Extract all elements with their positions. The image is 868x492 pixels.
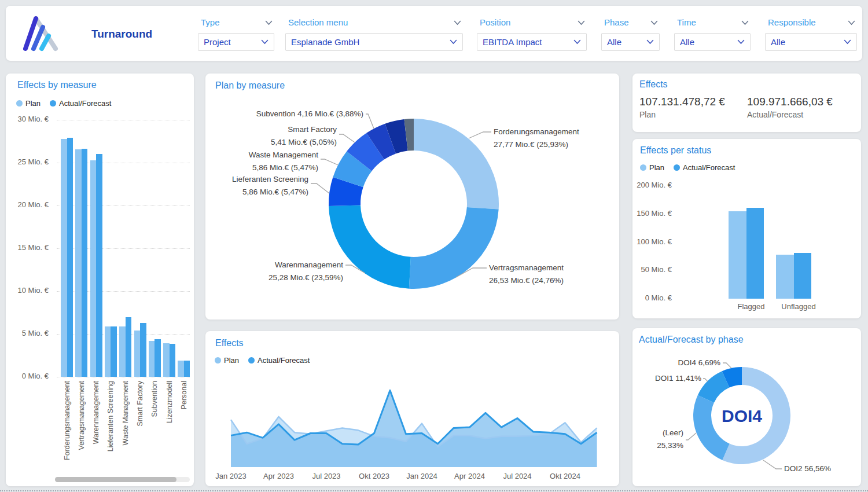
phase-donut-slice-1[interactable] [693, 395, 730, 460]
selection-menu-selected-value: Esplanade GmbH [291, 37, 359, 47]
y-tick-label: 200 Mio. € [634, 181, 672, 189]
legend-item-actual-forecast[interactable]: Actual/Forecast [50, 99, 111, 108]
kpi-actual-label: Actual/Forecast [747, 110, 833, 119]
x-tick-label: Jan 2023 [215, 472, 247, 480]
legend-item-plan[interactable]: Plan [215, 356, 239, 365]
bar[interactable] [794, 253, 811, 299]
data-label: Waste Management5,86 Mio.€ (5,47%) [249, 149, 318, 174]
legend-label: Actual/Forecast [683, 163, 735, 172]
legend-label: Actual/Forecast [258, 356, 310, 365]
data-label-line: 25,28 Mio.€ (23,59%) [269, 271, 343, 284]
y-tick-label: 15 Mio. € [6, 243, 49, 252]
effects-timeline-chart [217, 366, 608, 484]
label-leader-line [703, 379, 708, 381]
bar[interactable] [111, 326, 117, 377]
kpi-plan-value: 107.131.478,72 € [639, 96, 725, 108]
gridline [57, 377, 190, 377]
bar[interactable] [170, 344, 176, 377]
chart-scrollbar-track[interactable] [55, 477, 190, 482]
bar[interactable] [119, 326, 126, 377]
data-label-line: Waste Management [249, 149, 318, 161]
x-category-label: Smart Factory [136, 381, 144, 476]
time-select[interactable]: Alle [674, 33, 751, 51]
label-leader-line [339, 134, 355, 142]
bar[interactable] [96, 154, 102, 377]
legend-item-actual-forecast[interactable]: Actual/Forecast [248, 356, 310, 365]
label-leader-line [686, 433, 696, 440]
panel-title: Effects per status [640, 145, 711, 156]
type-select[interactable]: Project [198, 33, 274, 51]
bar[interactable] [163, 343, 170, 377]
bar[interactable] [184, 361, 190, 377]
bar[interactable] [746, 208, 764, 299]
legend-label: Actual/Forecast [59, 99, 111, 108]
chevron-down-icon[interactable] [261, 39, 269, 45]
y-tick-label: 0 Mio. € [634, 293, 672, 302]
app-logo [19, 12, 65, 56]
x-category-label: Waste Management [122, 381, 130, 476]
legend-item-actual-forecast[interactable]: Actual/Forecast [674, 163, 735, 172]
phase-select[interactable]: Alle [601, 33, 660, 51]
y-tick-label: 150 Mio. € [634, 209, 672, 218]
chevron-down-icon[interactable] [848, 20, 855, 25]
panel-title: Effects [215, 338, 244, 348]
chevron-down-icon[interactable] [741, 20, 749, 25]
bar[interactable] [82, 149, 88, 377]
legend-item-plan[interactable]: Plan [640, 163, 664, 172]
bar[interactable] [67, 138, 73, 377]
data-label-line: DOI1 11,41% [655, 372, 701, 385]
plan-donut-slice-1[interactable] [409, 207, 499, 289]
chevron-down-icon[interactable] [578, 20, 585, 25]
x-category-label: Forderungsmanagement [63, 381, 71, 476]
bar[interactable] [105, 326, 111, 377]
chevron-down-icon[interactable] [265, 20, 273, 25]
y-tick-label: 0 Mio. € [6, 372, 49, 380]
position-select[interactable]: EBITDA Impact [477, 33, 587, 51]
y-tick-label: 100 Mio. € [634, 237, 672, 246]
responsible-selected-value: Alle [771, 37, 785, 47]
bar[interactable] [134, 331, 141, 377]
filter-time: TimeAlle [674, 6, 751, 61]
bar[interactable] [90, 160, 97, 377]
chevron-down-icon[interactable] [454, 20, 461, 25]
data-label: DOI4 6,69% [678, 357, 720, 369]
label-leader-line [311, 183, 329, 193]
data-label-line: (Leer) [657, 427, 683, 439]
x-category-label: Subvention [150, 381, 159, 476]
chart-scrollbar-thumb[interactable] [55, 477, 176, 482]
filter-label: Position [480, 17, 510, 27]
chevron-down-icon[interactable] [573, 39, 581, 45]
filter-label: Phase [604, 17, 629, 27]
chevron-down-icon[interactable] [737, 39, 745, 45]
chevron-down-icon[interactable] [646, 39, 654, 45]
bar[interactable] [126, 317, 132, 377]
data-label-line: 5,86 Mio.€ (5,47%) [249, 161, 318, 174]
x-category-label: Lizenzmodell [165, 381, 174, 476]
bar[interactable] [729, 211, 746, 299]
bar[interactable] [149, 341, 155, 377]
legend-label: Plan [649, 163, 664, 172]
chevron-down-icon[interactable] [650, 20, 658, 25]
phase-selected-value: Alle [607, 37, 621, 47]
selection-menu-select[interactable]: Esplanade GmbH [285, 33, 463, 51]
kpi-actual: 109.971.666,03 € Actual/Forecast [747, 96, 833, 119]
data-label: Warenmanagement25,28 Mio.€ (23,59%) [269, 259, 343, 284]
bar[interactable] [61, 139, 67, 377]
bar[interactable] [155, 339, 161, 377]
filter-label: Responsible [768, 17, 816, 27]
bar[interactable] [776, 255, 794, 299]
bar[interactable] [178, 361, 184, 377]
legend-label: Plan [224, 356, 239, 365]
responsible-select[interactable]: Alle [765, 33, 857, 51]
chevron-down-icon[interactable] [844, 39, 851, 45]
legend-item-plan[interactable]: Plan [16, 99, 41, 108]
filter-selection-menu: Selection menuEsplanade GmbH [285, 6, 463, 61]
data-label-line: Subvention 4,16 Mio.€ (3,88%) [256, 108, 363, 120]
kpi-plan: 107.131.478,72 € Plan [639, 96, 725, 119]
bar[interactable] [140, 323, 146, 377]
chevron-down-icon[interactable] [450, 39, 457, 45]
bar[interactable] [75, 149, 82, 377]
x-tick-label: Okt 2023 [359, 472, 389, 480]
label-leader-line [321, 159, 338, 165]
filter-phase: PhaseAlle [601, 6, 660, 61]
